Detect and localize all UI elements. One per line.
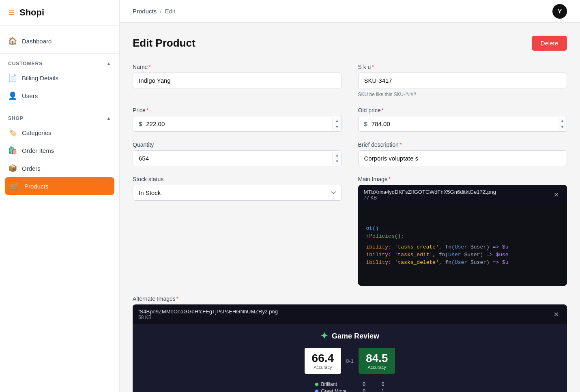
main-image-body: ot() rPolicies(); ibility: 'tasks_create… <box>358 205 567 286</box>
old-price-input-wrap: $ ▲ ▼ <box>358 116 567 132</box>
home-icon: 🏠 <box>8 36 17 45</box>
sidebar-item-categories[interactable]: 🏷️ Categories <box>0 124 119 141</box>
sku-label: S k u* <box>358 64 567 70</box>
name-label: Name* <box>133 64 342 70</box>
old-price-spinners: ▲ ▼ <box>558 118 567 130</box>
sidebar-categories-label: Categories <box>22 129 52 136</box>
main-image-size: 77 KB <box>364 195 496 201</box>
price-label: Price* <box>133 107 342 114</box>
rating-row-brilliant: Brilliant <box>315 381 346 387</box>
rating-col-scores-2: 0 1 9 3 <box>382 380 385 392</box>
rating-row-great: Great Move <box>315 388 346 392</box>
billing-icon: 📄 <box>8 73 17 82</box>
users-icon: 👤 <box>8 91 17 100</box>
shop-chevron-up-icon: ▲ <box>106 116 111 121</box>
customers-section-header[interactable]: CUSTOMERS ▲ <box>0 57 119 69</box>
rating-col-left: Brilliant Great Move Best Move <box>315 380 346 392</box>
sidebar-billing-label: Billing Details <box>22 75 58 81</box>
quantity-label: Quantity <box>133 141 342 148</box>
alt-image-filename: tS4Bpe9ZMMeOeaGGoHfcFEgTjPsPsEHGNhUMZRyz… <box>138 308 278 315</box>
avatar[interactable]: Y <box>552 4 567 19</box>
price-spinners: ▲ ▼ <box>333 118 342 130</box>
products-icon: 🛒 <box>11 182 19 191</box>
old-price-input[interactable] <box>372 116 558 131</box>
price-input-wrap: $ ▲ ▼ <box>133 116 342 132</box>
sidebar-item-billing[interactable]: 📄 Billing Details <box>0 69 119 87</box>
alt-image-size: 58 KB <box>138 315 278 320</box>
alt-image-preview-header: tS4Bpe9ZMMeOeaGGoHfcFEgTjPsPsEHGNhUMZRyz… <box>133 304 567 324</box>
brief-desc-input[interactable] <box>358 150 567 166</box>
sidebar-dashboard-label: Dashboard <box>22 38 52 45</box>
game-review-preview: ✦ Game Review 66.4 Accuracy 0-1 84.5 <box>133 324 567 392</box>
breadcrumb-separator: / <box>160 8 161 15</box>
name-input[interactable] <box>133 73 342 88</box>
main-content: Products / Edit Y Edit Product Delete Na… <box>120 0 580 392</box>
brand-logo: Shopi <box>19 7 44 18</box>
score-row: 66.4 Accuracy 0-1 84.5 Accuracy <box>305 348 395 374</box>
old-price-spin-down[interactable]: ▼ <box>558 124 567 130</box>
main-image-label: Main Image* <box>358 176 567 182</box>
breadcrumb-parent[interactable]: Products <box>133 8 157 15</box>
sidebar-order-items-label: Order Items <box>22 147 54 154</box>
chevron-up-icon: ▲ <box>106 61 111 66</box>
score-2-value: 84.5 <box>366 352 388 364</box>
main-image-close-button[interactable]: ✕ <box>551 191 561 199</box>
alt-images-group: Alternate Images* tS4Bpe9ZMMeOeaGGoHfcFE… <box>133 296 567 392</box>
vs-label: 0-1 <box>346 358 354 364</box>
sidebar-item-users[interactable]: 👤 Users <box>0 87 119 105</box>
game-star-icon: ✦ <box>320 331 328 341</box>
code-line-3: ibility: 'tasks_create', fn(User $user) … <box>366 244 559 250</box>
edit-product-form: Name* S k u* SKU be like this SKU-#### P… <box>133 64 567 392</box>
stock-status-label: Stock status <box>133 176 342 182</box>
score-box-1: 66.4 Accuracy <box>305 348 342 374</box>
shop-section-header[interactable]: SHOP ▲ <box>0 111 119 124</box>
quantity-spinners: ▲ ▼ <box>333 152 342 165</box>
alt-image-close-button[interactable]: ✕ <box>551 311 561 319</box>
stock-status-select[interactable]: In Stock Out of Stock Low Stock <box>133 185 342 201</box>
quantity-input-wrap: ▲ ▼ <box>133 150 342 166</box>
old-price-prefix: $ <box>359 116 372 131</box>
dot-brilliant <box>315 383 318 386</box>
old-price-spin-up[interactable]: ▲ <box>558 118 567 124</box>
sidebar-nav: 🏠 Dashboard CUSTOMERS ▲ 📄 Billing Detail… <box>0 26 119 201</box>
price-spin-down[interactable]: ▼ <box>333 124 342 130</box>
main-image-preview: MTbXnxa4ydDKFsZIfGOTGWdFnX5Gn6ditktGe17Z… <box>358 185 567 286</box>
quantity-spin-down[interactable]: ▼ <box>333 159 342 165</box>
price-prefix: $ <box>133 116 146 131</box>
code-preview: ot() rPolicies(); ibility: 'tasks_create… <box>366 224 559 267</box>
quantity-input[interactable] <box>133 151 333 166</box>
orders-icon: 📦 <box>8 164 17 173</box>
hamburger-icon[interactable]: ☰ <box>8 8 15 17</box>
score-1-label: Accuracy <box>312 365 334 370</box>
sidebar-item-orders[interactable]: 📦 Orders <box>0 159 119 177</box>
order-items-icon: 🛍️ <box>8 146 17 155</box>
sidebar-item-products[interactable]: 🛒 Products <box>5 177 114 195</box>
brief-desc-label: Brief description* <box>358 141 567 148</box>
page-title: Edit Product <box>133 37 195 49</box>
shop-section-label: SHOP <box>8 116 24 121</box>
main-image-filename: MTbXnxa4ydDKFsZIfGOTGWdFnX5Gn6ditktGe17Z… <box>364 189 496 195</box>
alt-image-preview: tS4Bpe9ZMMeOeaGGoHfcFEgTjPsPsEHGNhUMZRyz… <box>133 304 567 392</box>
sidebar-orders-label: Orders <box>22 165 41 172</box>
price-spin-up[interactable]: ▲ <box>333 118 342 124</box>
code-line-4: ibility: 'tasks_edit', fn(User $user) =>… <box>366 252 559 258</box>
content-header: Edit Product Delete <box>133 36 567 51</box>
categories-icon: 🏷️ <box>8 128 17 137</box>
sku-group: S k u* SKU be like this SKU-#### <box>358 64 567 97</box>
brief-desc-group: Brief description* <box>358 141 567 166</box>
price-input[interactable] <box>146 116 332 131</box>
sidebar-item-order-items[interactable]: 🛍️ Order Items <box>0 141 119 159</box>
delete-button[interactable]: Delete <box>532 36 567 51</box>
game-review-header: ✦ Game Review <box>320 331 379 341</box>
sku-input[interactable] <box>358 73 567 88</box>
quantity-spin-up[interactable]: ▲ <box>333 152 342 159</box>
rating-col-scores-1: 0 0 5 2 <box>363 380 365 392</box>
sidebar-item-dashboard[interactable]: 🏠 Dashboard <box>0 32 119 50</box>
score-1-value: 66.4 <box>312 352 334 364</box>
breadcrumb-current: Edit <box>165 8 175 15</box>
score-box-2: 84.5 Accuracy <box>359 348 395 374</box>
quantity-group: Quantity ▲ ▼ <box>133 141 342 166</box>
customers-section-label: CUSTOMERS <box>8 61 43 66</box>
old-price-group: Old price* $ ▲ ▼ <box>358 107 567 132</box>
stock-status-group: Stock status In Stock Out of Stock Low S… <box>133 176 342 286</box>
